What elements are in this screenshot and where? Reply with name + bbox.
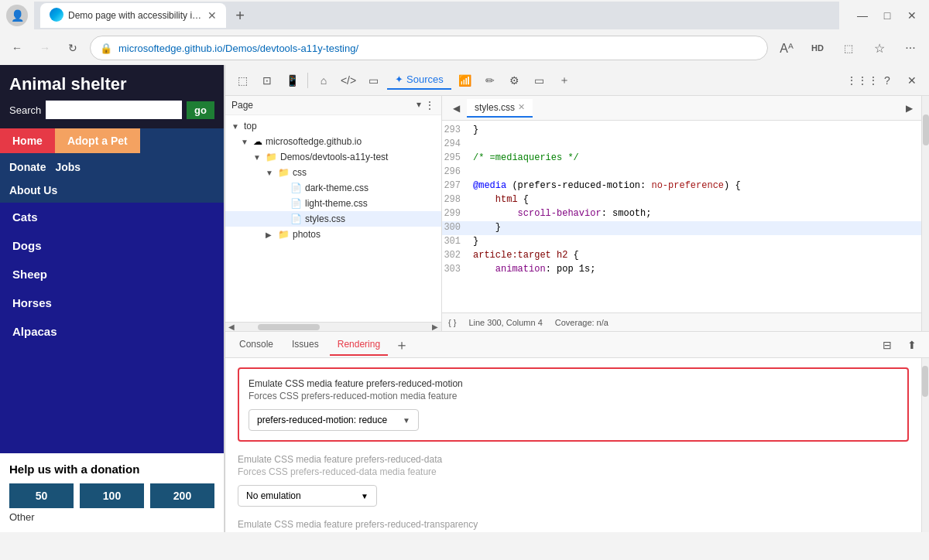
tab-close-btn[interactable]: ✕ [207,9,217,22]
donation-section: Help us with a donation 50 100 200 Other [0,453,224,532]
devtools-cursor-btn[interactable]: ⬚ [231,70,253,91]
rendering-select-value-1: prefers-reduced-motion: reduce [257,415,387,425]
devtools-inspect-btn[interactable]: ⊡ [256,70,278,91]
tree-item-demos[interactable]: ▼ 📁 Demos/devtools-a11y-test [225,149,441,165]
animal-dogs[interactable]: Dogs [0,231,224,260]
devtools-plus-btn[interactable]: ＋ [554,70,575,91]
devtools-device-btn[interactable]: 📱 [281,70,303,91]
code-line-299: 299 scroll-behavior: smooth; [442,207,921,221]
tree-item-dark-css[interactable]: ▶ 📄 dark-theme.css [225,180,441,196]
nav-jobs-link[interactable]: Jobs [55,158,90,176]
url-bar[interactable]: 🔒 microsoftedge.github.io/Demos/devtools… [90,36,768,60]
website-panel: Animal shelter Search go Home Adopt a Pe… [0,65,225,532]
rendering-section-1: Emulate CSS media feature prefers-reduce… [238,367,909,442]
code-nav-right[interactable]: ▶ [900,99,918,118]
page-panel-dropdown[interactable]: ▾ [417,99,421,111]
page-panel-title: Page [231,100,253,111]
new-tab-btn[interactable]: + [228,3,252,28]
devtools-mobile-btn[interactable]: ▭ [362,70,384,91]
animal-alpacas[interactable]: Alpacas [0,317,224,346]
line-num-294: 294 [442,138,470,151]
code-right-scrollbar[interactable] [921,96,929,331]
search-btn[interactable]: go [187,101,214,119]
tree-arrow-top: ▼ [231,122,241,131]
devtools-code-btn[interactable]: </> [338,70,359,91]
rendering-select-2[interactable]: No emulation ▼ [238,485,377,507]
back-btn[interactable]: ← [6,37,28,59]
scroll-thumb[interactable] [258,324,320,330]
minimize-btn[interactable]: — [852,5,873,26]
tree-arrow-domain: ▼ [241,138,250,146]
active-tab[interactable]: Demo page with accessibility issu ✕ [40,3,226,28]
refresh-btn[interactable]: ↻ [62,37,84,59]
devtools-home-btn[interactable]: ⌂ [313,70,334,91]
devtools-overflow-btn[interactable]: ⋮⋮⋮ [852,70,873,91]
tab-rendering[interactable]: Rendering [330,334,388,356]
line-content-302: article:target h2 { [470,250,921,262]
devtools-pen-btn[interactable]: ✏ [479,70,501,91]
rendering-label-3: Emulate CSS media feature prefers-reduce… [238,519,909,530]
line-content-295: /* =mediaqueries */ [470,152,921,165]
code-editor-panel: ◀ styles.css ✕ ▶ 293 } [442,96,921,331]
add-panel-btn[interactable]: ＋ [391,334,413,356]
nav-home-btn[interactable]: Home [0,128,55,153]
toolbar-separator-1 [307,73,308,88]
code-tab-close[interactable]: ✕ [518,102,525,112]
maximize-btn[interactable]: □ [876,5,898,26]
rendering-select-value-2: No emulation [246,490,301,501]
donation-200-btn[interactable]: 200 [150,483,214,508]
line-num-298: 298 [442,194,470,207]
devtools-settings-btn[interactable]: ⚙ [504,70,526,91]
devtools-sources-tab[interactable]: ✦ Sources [387,70,451,90]
tab-title: Demo page with accessibility issu [68,10,203,21]
page-panel-more[interactable]: ⋮ [424,99,435,111]
code-tab-styles[interactable]: styles.css ✕ [467,99,533,118]
read-aloud-btn[interactable]: Aᴬ [774,36,799,60]
close-btn[interactable]: ✕ [901,5,923,26]
user-avatar: 👤 [6,5,28,26]
tree-horizontal-scrollbar[interactable]: ◀ ▶ [225,322,441,331]
donation-50-btn[interactable]: 50 [9,483,74,508]
bottom-body: Emulate CSS media feature prefers-reduce… [225,358,929,532]
bottom-scroll-thumb[interactable] [922,366,928,397]
rendering-sublabel-2: Forces CSS prefers-reduced-data media fe… [238,466,909,477]
tree-item-domain[interactable]: ▼ ☁ microsoftedge.github.io [225,134,441,149]
animal-cats[interactable]: Cats [0,203,224,231]
tab-issues[interactable]: Issues [284,334,327,356]
rendering-select-1[interactable]: prefers-reduced-motion: reduce ▼ [249,409,419,431]
devtools-close-btn[interactable]: ✕ [901,70,923,91]
animal-horses[interactable]: Horses [0,289,224,317]
nav-donate-link[interactable]: Donate [9,158,55,176]
nav-adopt-btn[interactable]: Adopt a Pet [55,128,140,153]
immersive-reader-btn[interactable]: HD [805,36,830,60]
animal-sheep[interactable]: Sheep [0,260,224,289]
more-btn[interactable]: ··· [898,36,923,60]
devtools-wifi-btn[interactable]: 📶 [454,70,476,91]
select-arrow-2: ▼ [361,492,369,500]
scroll-right-arrow[interactable]: ▶ [432,323,438,331]
code-back-btn[interactable]: ◀ [445,97,467,119]
tree-item-light-css[interactable]: ▶ 📄 light-theme.css [225,196,441,211]
close-panel-btn[interactable]: ⬆ [901,334,923,356]
bottom-scrollbar[interactable] [921,358,929,532]
tree-item-top[interactable]: ▼ top [225,118,441,134]
donation-100-btn[interactable]: 100 [80,483,144,508]
devtools-window-btn[interactable]: ▭ [529,70,550,91]
dock-btn[interactable]: ⊟ [876,334,898,356]
line-column-info: Line 300, Column 4 [468,318,542,327]
tree-item-css-folder[interactable]: ▼ 📁 css [225,165,441,180]
line-num-302: 302 [442,250,470,262]
code-line-303: 303 animation: pop 1s; [442,263,921,277]
star-btn[interactable]: ☆ [867,36,892,60]
scroll-left-arrow[interactable]: ◀ [228,323,235,331]
nav-about-link[interactable]: About Us [9,184,214,196]
tree-item-styles-css[interactable]: ▶ 📄 styles.css [225,211,441,227]
scrollbar-thumb[interactable] [923,114,929,145]
tab-console[interactable]: Console [231,334,281,356]
tree-arrow-demos: ▼ [253,153,262,162]
code-line-300: 300 } [442,221,921,235]
search-input[interactable] [46,101,182,119]
tree-item-photos-folder[interactable]: ▶ 📁 photos [225,227,441,242]
devtools-help-btn[interactable]: ? [876,70,898,91]
favorites-btn[interactable]: ⬚ [836,36,861,60]
